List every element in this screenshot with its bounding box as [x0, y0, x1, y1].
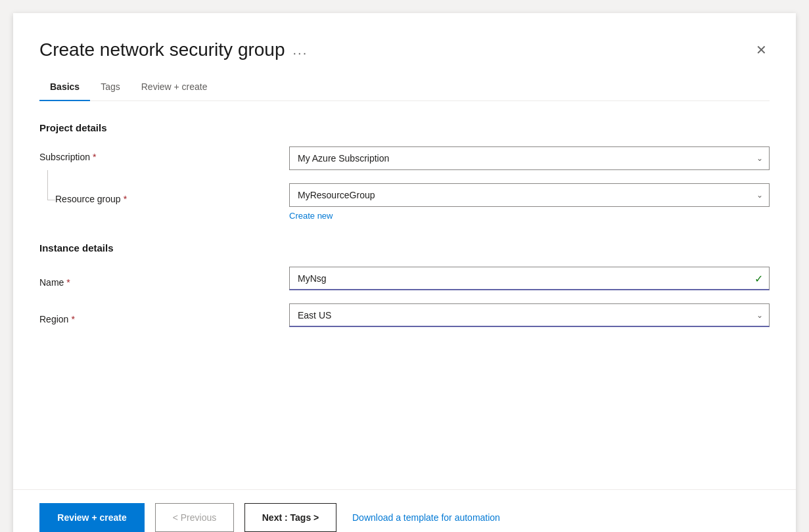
create-new-link[interactable]: Create new — [289, 211, 333, 221]
next-button[interactable]: Next : Tags > — [244, 503, 336, 532]
panel-footer: Review + create < Previous Next : Tags >… — [13, 489, 796, 532]
project-details-title: Project details — [39, 122, 770, 133]
subscription-row: Subscription * My Azure Subscription ⌄ — [39, 146, 770, 170]
subscription-select-wrapper: My Azure Subscription ⌄ — [289, 146, 770, 170]
ellipsis-icon[interactable]: ... — [293, 43, 308, 58]
tab-review-create[interactable]: Review + create — [131, 74, 218, 101]
tab-basics[interactable]: Basics — [39, 74, 90, 101]
name-input[interactable] — [289, 267, 770, 290]
region-row: Region * East US ⌄ — [39, 303, 770, 327]
resource-group-control: MyResourceGroup ⌄ Create new — [289, 183, 770, 221]
instance-details-section: Instance details Name * ✓ — [39, 242, 770, 327]
subscription-control: My Azure Subscription ⌄ — [289, 146, 770, 170]
create-panel: Create network security group ... ✕ Basi… — [13, 13, 796, 532]
name-row: Name * ✓ — [39, 267, 770, 290]
panel-title: Create network security group — [39, 39, 285, 60]
panel-title-area: Create network security group ... — [39, 39, 308, 60]
automation-link[interactable]: Download a template for automation — [352, 512, 500, 523]
subscription-label-col: Subscription * — [39, 146, 289, 162]
name-input-wrapper: ✓ — [289, 267, 770, 290]
resource-group-label-col: Resource group * — [39, 183, 289, 204]
panel-header: Create network security group ... ✕ — [13, 13, 796, 74]
panel-content: Basics Tags Review + create Project deta… — [13, 74, 796, 489]
close-button[interactable]: ✕ — [753, 41, 770, 59]
region-label-col: Region * — [39, 303, 289, 324]
region-select-wrapper: East US ⌄ — [289, 303, 770, 327]
name-label-col: Name * — [39, 267, 289, 288]
previous-button[interactable]: < Previous — [155, 503, 234, 532]
region-required-star: * — [71, 314, 74, 324]
region-control: East US ⌄ — [289, 303, 770, 327]
resource-group-required-star: * — [124, 194, 127, 204]
tabs-nav: Basics Tags Review + create — [39, 74, 770, 101]
region-select[interactable]: East US — [289, 303, 770, 327]
tab-tags[interactable]: Tags — [90, 74, 131, 101]
name-label: Name * — [39, 272, 289, 288]
instance-details-title: Instance details — [39, 242, 770, 254]
resource-group-select-wrapper: MyResourceGroup ⌄ — [289, 183, 770, 207]
resource-group-select[interactable]: MyResourceGroup — [289, 183, 770, 207]
region-label: Region * — [39, 309, 289, 324]
name-valid-icon: ✓ — [754, 273, 763, 285]
subscription-required-star: * — [93, 152, 96, 162]
subscription-label: Subscription * — [39, 152, 289, 162]
subscription-select[interactable]: My Azure Subscription — [289, 146, 770, 170]
name-required-star: * — [66, 277, 70, 288]
name-control: ✓ — [289, 267, 770, 290]
review-create-button[interactable]: Review + create — [39, 503, 145, 532]
resource-group-label: Resource group * — [55, 188, 127, 204]
project-details-section: Project details Subscription * My Azure … — [39, 122, 770, 221]
resource-group-row: Resource group * MyResourceGroup ⌄ Creat… — [39, 183, 770, 221]
